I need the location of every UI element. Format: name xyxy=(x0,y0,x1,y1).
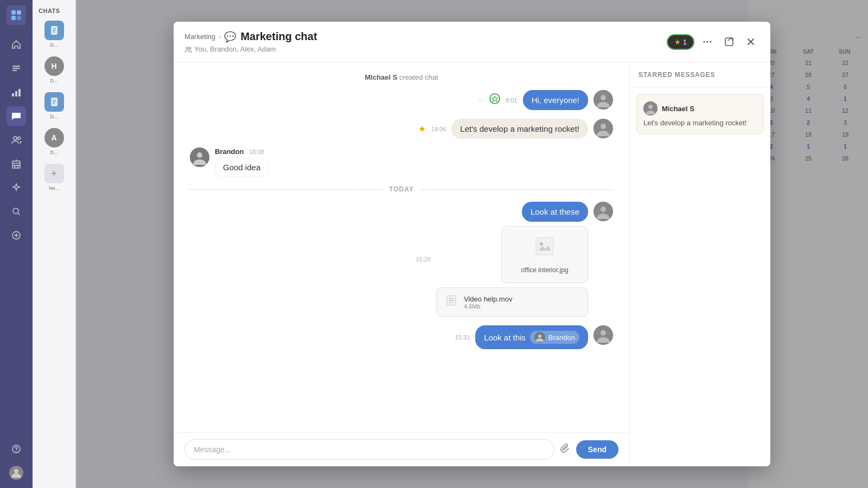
sidebar xyxy=(0,0,33,488)
chat-item-group[interactable]: D... xyxy=(35,88,73,124)
attach-button[interactable] xyxy=(560,443,571,457)
chat-text-marketing: D... xyxy=(50,42,58,48)
chats-label: CHATS xyxy=(35,5,73,16)
brandon-message-block: Brandon 18:08 Good idea xyxy=(215,147,269,177)
divider-line-left xyxy=(190,189,382,190)
file-card-image[interactable]: office interior.jpg xyxy=(501,226,588,283)
breadcrumb-parent[interactable]: Marketing xyxy=(184,33,215,41)
svg-point-18 xyxy=(14,469,18,473)
svg-rect-4 xyxy=(12,66,20,67)
modal-backdrop: Marketing › 💬 Marketing chat You, Brando… xyxy=(76,0,868,488)
sidebar-item-search[interactable] xyxy=(7,202,26,221)
star-outline-icon[interactable] xyxy=(489,93,500,107)
svg-point-44 xyxy=(648,105,653,109)
svg-rect-34 xyxy=(536,237,553,255)
chat-item-alex[interactable]: A D... xyxy=(35,124,73,159)
msg-bubble-2: Let's develop a marketing rocket! xyxy=(451,119,588,139)
msg-avatar-brandon xyxy=(190,147,209,167)
mention-name-brandon: Brandon xyxy=(548,333,575,342)
file-icon xyxy=(445,294,457,310)
svg-point-22 xyxy=(189,47,191,49)
chat-item-new[interactable]: + Ne... xyxy=(35,159,73,195)
file-row-info: Video help.mov 4.6Mb xyxy=(464,295,512,310)
chat-area: Michael S created chat ··· 8:0 xyxy=(174,62,629,466)
sidebar-item-tasks[interactable] xyxy=(7,59,26,78)
starred-msg-avatar-1 xyxy=(643,101,658,115)
modal-title: Marketing chat xyxy=(240,30,317,43)
svg-rect-9 xyxy=(18,89,21,97)
sidebar-item-chat[interactable] xyxy=(7,106,26,126)
brandon-mention[interactable]: Brandon xyxy=(530,331,579,344)
svg-point-21 xyxy=(186,47,188,49)
chat-text-person1: D... xyxy=(50,78,58,84)
msg-time-2: 18:06 xyxy=(431,126,446,132)
sidebar-item-analytics[interactable] xyxy=(7,82,26,102)
date-divider: TODAY xyxy=(190,185,613,193)
svg-point-16 xyxy=(16,451,17,452)
star-filled-icon: ★ xyxy=(418,124,426,134)
message-look-at-these: 15:26 Look at these xyxy=(190,202,613,317)
message-input[interactable] xyxy=(184,439,554,460)
sidebar-item-profile[interactable] xyxy=(7,463,26,483)
svg-point-33 xyxy=(197,152,202,158)
svg-point-35 xyxy=(540,242,543,246)
video-file-size: 4.6Mb xyxy=(464,303,512,310)
msg-avatar-michael-1 xyxy=(593,90,613,110)
svg-point-31 xyxy=(601,124,606,129)
file-row-video[interactable]: Video help.mov 4.6Mb xyxy=(436,287,588,317)
sidebar-item-magic[interactable] xyxy=(7,178,26,197)
svg-rect-7 xyxy=(12,93,14,97)
sidebar-item-home[interactable] xyxy=(7,35,26,54)
breadcrumb: Marketing › 💬 Marketing chat xyxy=(184,30,317,43)
sidebar-item-add[interactable] xyxy=(7,226,26,245)
svg-rect-6 xyxy=(12,70,17,71)
msg-time-1: 8:01 xyxy=(506,97,517,104)
msg-text-5: Look at this xyxy=(484,333,526,342)
starred-msg-card-1[interactable]: Michael S Let's develop a marketing rock… xyxy=(636,94,764,134)
chat-messages: Michael S created chat ··· 8:0 xyxy=(174,62,629,432)
msg-bubble-5: Look at this Brandon xyxy=(475,325,588,349)
chat-avatar-marketing xyxy=(44,21,64,40)
starred-sender-name-1: Michael S xyxy=(662,105,694,113)
chat-text-group: D... xyxy=(50,114,58,119)
svg-point-10 xyxy=(14,137,17,140)
sidebar-item-building[interactable] xyxy=(7,154,26,174)
chat-text-new: Ne... xyxy=(49,185,59,191)
more-options-button[interactable] xyxy=(699,33,716,50)
system-msg-sender: Michael S xyxy=(365,73,397,81)
app-logo[interactable] xyxy=(7,5,26,25)
divider-line-right xyxy=(420,189,613,190)
chat-avatar-person1: H xyxy=(44,56,64,76)
svg-point-24 xyxy=(707,41,709,43)
sidebar-item-help[interactable] xyxy=(7,439,26,459)
image-file-name: office interior.jpg xyxy=(521,266,568,274)
starred-count: 1 xyxy=(683,38,687,46)
svg-point-38 xyxy=(601,207,606,212)
chat-item-person1[interactable]: H D... xyxy=(35,52,73,88)
system-message: Michael S created chat xyxy=(190,73,613,81)
msg-avatar-michael-2 xyxy=(593,119,613,138)
image-file-icon xyxy=(534,235,556,262)
title-row: 💬 Marketing chat xyxy=(224,30,317,43)
modal-header: Marketing › 💬 Marketing chat You, Brando… xyxy=(174,22,770,62)
members-text: You, Brandon, Alex, Adam xyxy=(194,45,276,53)
popout-button[interactable] xyxy=(720,33,738,50)
brandon-name: Brandon xyxy=(215,147,244,156)
chat-item-marketing[interactable]: D... xyxy=(35,16,73,52)
close-button[interactable] xyxy=(742,33,760,50)
send-button[interactable]: Send xyxy=(576,440,618,459)
svg-rect-8 xyxy=(15,91,17,97)
message-actions-1[interactable]: ··· xyxy=(478,96,484,104)
main-area: Marketing › 💬 Marketing chat You, Brando… xyxy=(76,0,868,488)
starred-msg-text-1: Let's develop a marketing rocket! xyxy=(643,119,757,127)
msg-time-5: 15:31 xyxy=(455,334,470,341)
svg-rect-0 xyxy=(11,10,16,15)
starred-messages-button[interactable]: ★ 1 xyxy=(667,34,694,50)
msg-bubble-4: Look at these xyxy=(522,202,588,222)
breadcrumb-arrow: › xyxy=(219,33,221,41)
svg-point-42 xyxy=(601,330,606,336)
chat-avatar-alex: A xyxy=(44,128,64,147)
svg-point-11 xyxy=(18,137,21,140)
sidebar-item-people[interactable] xyxy=(7,130,26,150)
svg-point-25 xyxy=(710,41,712,43)
